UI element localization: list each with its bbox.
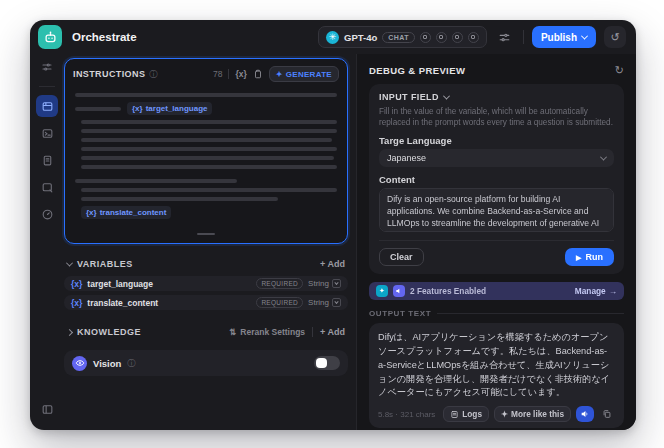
more-like-this-button[interactable]: ✦ More like this: [494, 406, 571, 422]
magic-feature-icon: ✦: [376, 285, 388, 297]
generate-button[interactable]: ✦ GENERATE: [269, 66, 339, 82]
content-label: Content: [379, 174, 614, 185]
target-language-select[interactable]: Japanese: [379, 149, 614, 167]
model-selector[interactable]: ✳ GPT-4o CHAT: [318, 26, 487, 48]
redacted-text-line: [81, 138, 337, 142]
redacted-text-line: [81, 156, 337, 160]
text-to-speech-button[interactable]: [576, 406, 594, 422]
sidebar-divider: [39, 86, 55, 87]
clear-button[interactable]: Clear: [379, 248, 424, 266]
instructions-title: INSTRUCTIONS: [73, 69, 145, 79]
sidebar-item-api-access[interactable]: [36, 122, 58, 144]
content-input[interactable]: Dify is an open-source platform for buil…: [379, 188, 614, 232]
variables-section: VARIABLES + Add {x} target_language REQU…: [64, 256, 348, 310]
variable-icon: {x}: [71, 279, 82, 289]
variable-icon: {x}: [132, 104, 143, 113]
instructions-header: INSTRUCTIONS ⓘ 78 {x}: [65, 59, 347, 85]
speaker-icon: [580, 409, 590, 419]
document-icon: [41, 154, 54, 167]
manage-features-button[interactable]: Manage →: [575, 286, 617, 296]
model-params-button[interactable]: [495, 27, 515, 47]
knowledge-header[interactable]: KNOWLEDGE ⇅ Rerank Settings + Add: [64, 324, 348, 340]
redacted-text-line: [81, 165, 337, 169]
input-field-title: INPUT FIELD: [379, 92, 439, 102]
features-enabled-text: 2 Features Enabled: [410, 286, 486, 296]
version-history-button[interactable]: ↺: [604, 26, 626, 48]
model-capability-icon: [452, 32, 463, 43]
chevron-down-icon: [66, 259, 73, 266]
sidebar-item-annotations[interactable]: [36, 176, 58, 198]
history-icon: ↺: [610, 31, 619, 44]
rerank-settings-button[interactable]: ⇅ Rerank Settings: [229, 327, 305, 337]
redacted-text-line: [81, 147, 337, 151]
rerank-icon: ⇅: [229, 327, 236, 337]
prompt-editor[interactable]: {x} target_language: [65, 85, 347, 243]
window-icon: [41, 100, 54, 113]
output-stats: 5.8s · 321 chars: [378, 410, 435, 419]
resize-handle[interactable]: [197, 233, 215, 235]
robot-icon: [43, 30, 58, 45]
variable-icon: {x}: [71, 298, 82, 308]
run-label: Run: [586, 252, 604, 262]
restart-button[interactable]: ↻: [615, 64, 624, 77]
play-icon: ▶: [576, 254, 581, 261]
collapse-panel-button[interactable]: [36, 398, 58, 420]
run-button[interactable]: ▶ Run: [565, 248, 614, 266]
publish-label: Publish: [541, 32, 577, 43]
logs-icon: [450, 410, 459, 419]
toolbar-divider: [312, 327, 313, 337]
output-header: OUTPUT TEXT: [369, 309, 624, 318]
info-icon: ⓘ: [127, 358, 135, 369]
app-logo[interactable]: [38, 25, 62, 49]
action-row: Clear ▶ Run: [379, 248, 614, 266]
eye-icon: [72, 356, 87, 371]
generate-label: GENERATE: [286, 70, 332, 79]
sliders-icon: [498, 31, 511, 44]
variable-row[interactable]: {x} translate_content REQUIRED String: [64, 295, 348, 310]
variable-type: String: [308, 298, 329, 307]
variable-type: String: [308, 279, 329, 288]
sidebar-item-model-tools[interactable]: [36, 56, 58, 78]
logs-button[interactable]: Logs: [443, 406, 489, 422]
header-divider: [523, 30, 524, 44]
sidebar-item-monitoring[interactable]: [36, 203, 58, 225]
variable-chip-target-language[interactable]: {x} target_language: [127, 102, 212, 115]
add-variable-button[interactable]: + Add: [320, 259, 345, 269]
variable-chip-label: translate_content: [100, 208, 167, 217]
refresh-icon: ↻: [615, 64, 624, 76]
sidebar-item-logs[interactable]: [36, 149, 58, 171]
input-field-header[interactable]: INPUT FIELD: [379, 92, 614, 102]
required-badge: REQUIRED: [256, 297, 303, 308]
features-banner: ✦ 2 Features Enabled Manage →: [369, 282, 624, 300]
vision-feature-card: Vision ⓘ: [64, 350, 348, 376]
more-like-this-label: More like this: [511, 409, 564, 419]
target-language-value: Japanese: [387, 153, 426, 163]
annotation-icon: [41, 181, 54, 194]
knowledge-title: KNOWLEDGE: [77, 327, 141, 337]
info-icon: ⓘ: [149, 69, 157, 80]
required-badge: REQUIRED: [256, 278, 303, 289]
char-count: 78: [213, 69, 222, 79]
variables-header[interactable]: VARIABLES + Add: [64, 256, 348, 272]
input-field-card: INPUT FIELD Fill in the value of the var…: [369, 84, 624, 274]
page-title: Orchestrate: [72, 31, 137, 43]
publish-button[interactable]: Publish: [532, 26, 596, 48]
insert-variable-button[interactable]: {x}: [235, 69, 246, 79]
add-knowledge-button[interactable]: + Add: [320, 327, 345, 337]
debug-title: DEBUG & PREVIEW: [369, 65, 465, 76]
model-capability-icon: [436, 32, 447, 43]
vision-label: Vision: [93, 358, 121, 369]
sidebar-item-orchestrate[interactable]: [36, 95, 58, 117]
variable-row[interactable]: {x} target_language REQUIRED String: [64, 276, 348, 291]
vision-toggle[interactable]: [314, 356, 340, 370]
copy-prompt-button[interactable]: [251, 67, 265, 81]
output-title: OUTPUT TEXT: [369, 309, 431, 318]
instructions-panel[interactable]: INSTRUCTIONS ⓘ 78 {x}: [64, 58, 348, 244]
target-language-label: Targe Language: [379, 135, 614, 146]
variable-chip-translate-content[interactable]: {x} translate_content: [81, 206, 171, 219]
debug-header: DEBUG & PREVIEW ↻: [369, 62, 624, 78]
type-selector-icon[interactable]: [332, 279, 341, 288]
type-selector-icon[interactable]: [332, 298, 341, 307]
variable-name: translate_content: [87, 298, 158, 308]
copy-output-button[interactable]: [599, 406, 615, 422]
